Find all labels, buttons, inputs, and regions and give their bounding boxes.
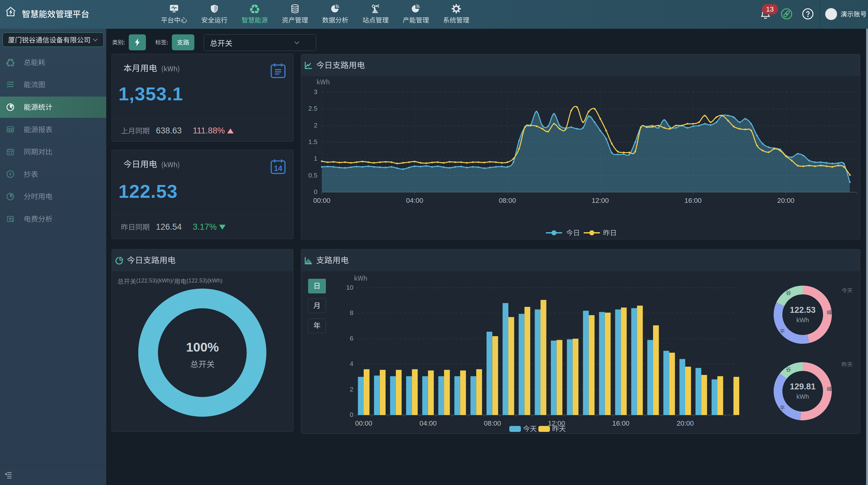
svg-text:14: 14	[274, 164, 282, 173]
